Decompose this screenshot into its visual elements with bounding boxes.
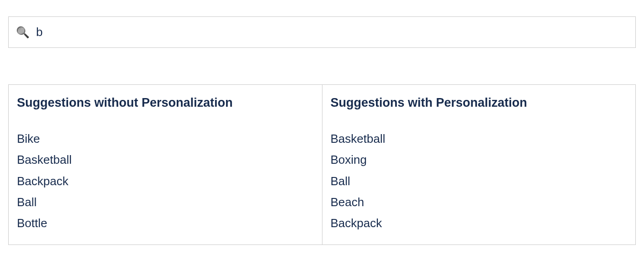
suggestion-item[interactable]: Bottle — [17, 213, 314, 234]
suggestion-item[interactable]: Ball — [331, 171, 628, 192]
suggestion-item[interactable]: Ball — [17, 192, 314, 213]
suggestion-item[interactable]: Bike — [17, 128, 314, 149]
column-heading-left: Suggestions without Personalization — [17, 96, 314, 110]
suggestion-item[interactable]: Beach — [331, 192, 628, 213]
suggestion-item[interactable]: Basketball — [17, 149, 314, 170]
suggestion-item[interactable]: Backpack — [331, 213, 628, 234]
suggestion-item[interactable]: Backpack — [17, 171, 314, 192]
suggestions-panel: Suggestions without Personalization Bike… — [8, 84, 636, 245]
suggestion-item[interactable]: Basketball — [331, 128, 628, 149]
column-heading-right: Suggestions with Personalization — [331, 96, 628, 110]
search-input[interactable] — [36, 25, 628, 39]
search-box[interactable]: 🔍 — [8, 16, 636, 48]
suggestions-with-personalization: Suggestions with Personalization Basketb… — [322, 85, 636, 244]
search-icon: 🔍 — [16, 27, 30, 38]
suggestion-item[interactable]: Boxing — [331, 149, 628, 170]
suggestions-without-personalization: Suggestions without Personalization Bike… — [9, 85, 322, 244]
